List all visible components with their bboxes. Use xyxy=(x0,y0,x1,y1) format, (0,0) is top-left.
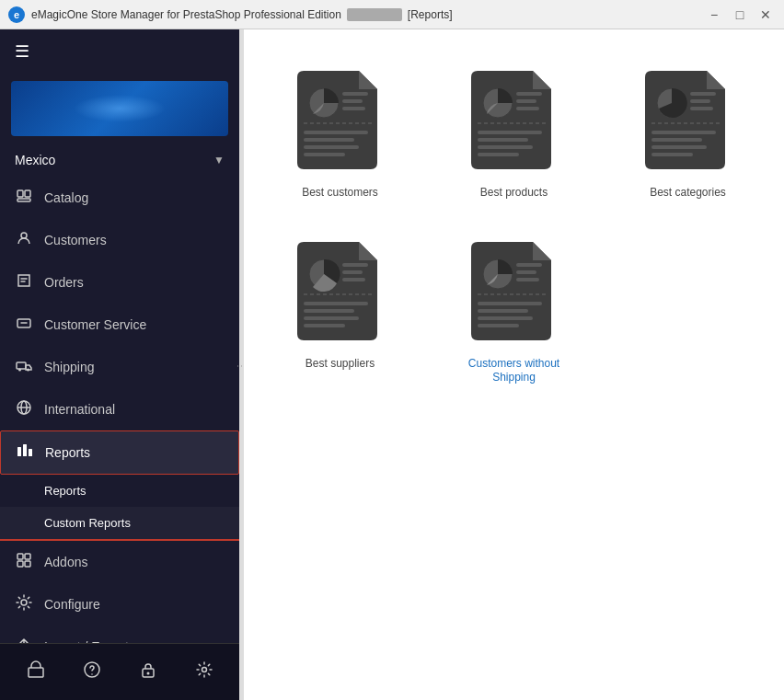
svg-rect-3 xyxy=(25,190,30,197)
svg-rect-61 xyxy=(304,316,359,320)
svg-rect-69 xyxy=(478,309,528,313)
sidebar-item-reports[interactable]: Reports xyxy=(0,430,239,475)
sidebar-item-configure[interactable]: Configure xyxy=(0,583,239,625)
report-card-best-products[interactable]: Best products xyxy=(436,57,592,210)
svg-point-25 xyxy=(146,672,149,675)
best-products-icon xyxy=(468,66,560,177)
configure-icon xyxy=(15,594,33,614)
help-footer-icon[interactable] xyxy=(77,655,107,689)
customers-label: Customers xyxy=(44,233,107,247)
reports-grid: Best customers xyxy=(262,57,766,395)
sidebar-item-import-export[interactable]: Import / Export xyxy=(0,625,239,643)
shipping-icon xyxy=(15,357,33,377)
svg-rect-17 xyxy=(25,554,30,559)
report-card-best-categories[interactable]: Best categories xyxy=(610,57,766,210)
svg-rect-46 xyxy=(690,92,716,96)
svg-text:e: e xyxy=(14,9,19,20)
app-logo: e xyxy=(7,6,26,24)
best-customers-label: Best customers xyxy=(302,186,378,201)
svg-rect-52 xyxy=(651,145,707,149)
orders-icon xyxy=(15,272,33,293)
sidebar-footer xyxy=(0,643,239,700)
svg-rect-47 xyxy=(690,99,710,103)
loading-tag xyxy=(347,8,402,21)
svg-rect-55 xyxy=(342,263,368,267)
customer-service-icon xyxy=(15,315,33,335)
customer-service-label: Customer Service xyxy=(44,317,146,332)
shipping-link[interactable]: Shipping xyxy=(492,371,536,384)
svg-rect-56 xyxy=(342,270,363,274)
active-window-label: [Reports] xyxy=(408,8,453,21)
customers-without-shipping-label: Customers without Shipping xyxy=(445,357,582,385)
sidebar: ☰ Mexico ▼ Catalog Customers xyxy=(0,29,239,700)
reports-label: Reports xyxy=(45,445,90,460)
international-icon xyxy=(15,399,33,419)
svg-rect-48 xyxy=(690,107,713,110)
svg-point-9 xyxy=(27,369,29,372)
sidebar-item-international[interactable]: International xyxy=(0,388,239,430)
shipping-label: Shipping xyxy=(44,360,95,374)
sidebar-banner xyxy=(11,81,228,136)
svg-rect-28 xyxy=(342,92,368,96)
svg-rect-53 xyxy=(651,153,693,156)
svg-rect-15 xyxy=(29,449,32,456)
svg-rect-65 xyxy=(516,270,536,274)
import-export-icon xyxy=(15,637,33,643)
sidebar-nav: Catalog Customers Orders Customer Servic… xyxy=(0,177,239,643)
svg-rect-57 xyxy=(342,278,365,281)
svg-rect-60 xyxy=(304,309,354,313)
sidebar-item-shipping[interactable]: Shipping xyxy=(0,346,239,388)
report-card-best-suppliers[interactable]: Best suppliers xyxy=(262,228,418,395)
close-button[interactable]: ✕ xyxy=(755,4,777,26)
svg-rect-32 xyxy=(304,131,368,134)
sidebar-item-catalog[interactable]: Catalog xyxy=(0,177,239,219)
store-selector[interactable]: Mexico ▼ xyxy=(0,143,239,177)
svg-rect-59 xyxy=(304,302,368,305)
best-categories-label: Best categories xyxy=(650,186,726,201)
svg-rect-19 xyxy=(25,561,30,567)
import-export-label: Import / Export xyxy=(44,639,129,643)
svg-rect-70 xyxy=(478,316,533,320)
sidebar-item-addons[interactable]: Addons xyxy=(0,541,239,583)
svg-rect-42 xyxy=(478,138,528,142)
customers-without-shipping-icon xyxy=(468,237,560,348)
main-content: Best customers xyxy=(244,29,784,700)
svg-rect-33 xyxy=(304,138,354,142)
sidebar-item-orders[interactable]: Orders xyxy=(0,261,239,304)
international-label: International xyxy=(44,402,115,417)
sidebar-item-customer-service[interactable]: Customer Service xyxy=(0,304,239,346)
settings-footer-icon[interactable] xyxy=(190,655,219,689)
svg-rect-41 xyxy=(478,131,542,134)
svg-point-20 xyxy=(21,600,27,605)
sidebar-header: ☰ xyxy=(0,29,239,74)
hamburger-icon[interactable]: ☰ xyxy=(15,41,29,62)
lock-footer-icon[interactable] xyxy=(133,655,163,689)
svg-point-23 xyxy=(91,673,93,675)
svg-rect-34 xyxy=(304,145,359,149)
reports-icon xyxy=(16,442,34,463)
report-card-customers-without-shipping[interactable]: Customers without Shipping xyxy=(436,228,592,395)
svg-rect-38 xyxy=(516,99,536,103)
store-footer-icon[interactable] xyxy=(21,655,51,689)
report-card-best-customers[interactable]: Best customers xyxy=(262,57,418,210)
app-body: ☰ Mexico ▼ Catalog Customers xyxy=(0,29,784,700)
sidebar-item-customers[interactable]: Customers xyxy=(0,219,239,261)
svg-rect-18 xyxy=(17,561,23,567)
svg-point-5 xyxy=(21,233,27,238)
best-categories-icon xyxy=(642,66,734,177)
sidebar-subitem-custom-reports[interactable]: Custom Reports xyxy=(0,507,239,541)
svg-rect-30 xyxy=(342,107,365,110)
svg-rect-64 xyxy=(516,263,542,267)
configure-label: Configure xyxy=(44,597,100,612)
title-bar-left: e eMagicOne Store Manager for PrestaShop… xyxy=(7,6,453,24)
svg-rect-50 xyxy=(651,131,716,134)
svg-rect-71 xyxy=(478,324,519,327)
svg-rect-39 xyxy=(516,107,539,110)
reports-sub-label: Reports xyxy=(44,484,86,498)
svg-rect-16 xyxy=(17,554,23,559)
svg-rect-51 xyxy=(651,138,702,142)
svg-rect-37 xyxy=(516,92,542,96)
sidebar-subitem-reports[interactable]: Reports xyxy=(0,475,239,507)
minimize-button[interactable]: − xyxy=(703,4,725,26)
maximize-button[interactable]: □ xyxy=(729,4,751,26)
